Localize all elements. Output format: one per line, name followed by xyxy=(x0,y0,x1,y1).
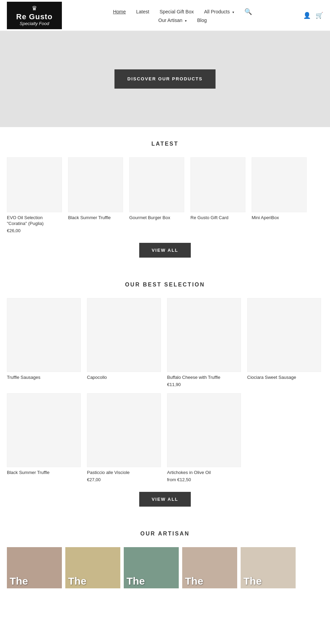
logo-crown-icon: ♛ xyxy=(32,4,37,12)
best-card-ciociara-sausage[interactable]: Ciociara Sweet Sausage xyxy=(247,298,321,387)
best-price-pasticcio: €27,00 xyxy=(87,477,161,482)
nav-bottom-row: Our Artisan ▾ Blog xyxy=(158,18,207,23)
nav-our-artisan[interactable]: Our Artisan ▾ xyxy=(158,18,187,23)
best-card-truffle-sausages[interactable]: Truffle Sausages xyxy=(7,298,81,387)
latest-section: LATEST EVO Oil Selection "Coratina" (Pug… xyxy=(0,127,330,268)
nav-all-products[interactable]: All Products ▾ xyxy=(204,9,234,14)
product-image-gift-card xyxy=(190,157,245,212)
best-image-artichokes xyxy=(167,393,241,467)
best-card-capocollo[interactable]: Capocollo xyxy=(87,298,161,387)
product-name-mini-aperi: Mini AperiBox xyxy=(252,215,307,221)
artisan-card-2[interactable]: The xyxy=(65,547,120,590)
artisan-image-1: The xyxy=(7,547,62,588)
artisan-image-2: The xyxy=(65,547,120,588)
latest-section-title: LATEST xyxy=(7,141,323,147)
discover-products-button[interactable]: DISCOVER OUR PRODUCTS xyxy=(114,69,216,89)
latest-view-all-button[interactable]: VIEW ALL xyxy=(139,243,191,258)
best-name-pasticcio: Pasticcio alle Visciole xyxy=(87,470,161,476)
hero-section: DISCOVER OUR PRODUCTS xyxy=(0,31,330,127)
best-image-pasticcio xyxy=(87,393,161,467)
best-name-black-truffle-2: Black Summer Truffle xyxy=(7,470,81,476)
best-card-artichokes[interactable]: Artichokes in Olive Oil from €12,50 xyxy=(167,393,241,482)
product-image-gourmet-burger xyxy=(129,157,184,212)
best-image-buffalo-cheese xyxy=(167,298,241,372)
artisan-card-3[interactable]: The xyxy=(124,547,179,590)
best-card-black-truffle-2[interactable]: Black Summer Truffle xyxy=(7,393,81,482)
latest-view-all-wrap: VIEW ALL xyxy=(7,243,323,258)
product-card-gift-card[interactable]: Re Gusto Gift Card xyxy=(190,157,245,233)
best-price-artichokes: from €12,50 xyxy=(167,477,241,482)
product-name-gift-card: Re Gusto Gift Card xyxy=(190,215,245,221)
best-selection-title: OUR BEST SELECTION xyxy=(7,282,323,288)
best-name-truffle-sausages: Truffle Sausages xyxy=(7,375,81,381)
best-image-truffle-sausages xyxy=(7,298,81,372)
product-card-mini-aperi[interactable]: Mini AperiBox xyxy=(252,157,307,233)
artisan-label-1: The xyxy=(10,575,28,587)
cart-button[interactable]: 🛒 xyxy=(316,12,323,19)
product-image-mini-aperi xyxy=(252,157,307,212)
product-card-gourmet-burger[interactable]: Gourmet Burger Box xyxy=(129,157,184,233)
artisan-image-3: The xyxy=(124,547,179,588)
product-image-black-truffle-1 xyxy=(68,157,123,212)
best-name-ciociara-sausage: Ciociara Sweet Sausage xyxy=(247,375,321,381)
artisan-label-3: The xyxy=(126,575,145,587)
account-icon: 👤 xyxy=(303,12,311,19)
nav-home[interactable]: Home xyxy=(113,9,126,14)
product-name-gourmet-burger: Gourmet Burger Box xyxy=(129,215,184,221)
nav-top-row: Home Latest Special Gift Box All Product… xyxy=(113,8,252,15)
search-button[interactable]: 🔍 xyxy=(244,8,252,15)
best-card-pasticcio[interactable]: Pasticcio alle Visciole €27,00 xyxy=(87,393,161,482)
account-button[interactable]: 👤 xyxy=(303,12,311,19)
artisan-label-2: The xyxy=(68,575,86,587)
nav-blog[interactable]: Blog xyxy=(197,18,207,23)
artisan-label-4: The xyxy=(185,575,203,587)
best-card-buffalo-cheese[interactable]: Buffalo Cheese with Truffle €11,90 xyxy=(167,298,241,387)
best-price-buffalo-cheese: €11,90 xyxy=(167,382,241,387)
product-name-evo-oil: EVO Oil Selection "Coratina" (Puglia) xyxy=(7,215,62,227)
artisan-section: OUR ARTISAN The The The The The xyxy=(0,517,330,597)
best-name-artichokes: Artichokes in Olive Oil xyxy=(167,470,241,476)
best-view-all-wrap: VIEW ALL xyxy=(7,492,323,507)
header-icon-group: 👤 🛒 xyxy=(303,12,323,19)
product-image-evo-oil xyxy=(7,157,62,212)
product-price-evo-oil: €26,00 xyxy=(7,228,62,233)
artisan-dropdown-icon: ▾ xyxy=(185,19,187,23)
nav-gift-box[interactable]: Special Gift Box xyxy=(160,9,194,14)
logo-title: Re Gusto xyxy=(16,13,53,21)
best-view-all-button[interactable]: VIEW ALL xyxy=(139,492,191,507)
best-image-capocollo xyxy=(87,298,161,372)
product-card-black-truffle-1[interactable]: Black Summer Truffle xyxy=(68,157,123,233)
latest-product-grid: EVO Oil Selection "Coratina" (Puglia) €2… xyxy=(7,157,323,233)
artisan-grid: The The The The The xyxy=(7,547,323,590)
logo-subtitle: Specialty Food xyxy=(20,21,49,26)
artisan-image-4: The xyxy=(182,547,237,588)
artisan-section-title: OUR ARTISAN xyxy=(7,531,323,537)
site-header: ♛ Re Gusto Specialty Food Home Latest Sp… xyxy=(0,0,330,31)
artisan-card-4[interactable]: The xyxy=(182,547,237,590)
best-selection-section: OUR BEST SELECTION Truffle Sausages Capo… xyxy=(0,268,330,517)
logo[interactable]: ♛ Re Gusto Specialty Food xyxy=(7,2,62,29)
product-card-evo-oil[interactable]: EVO Oil Selection "Coratina" (Puglia) €2… xyxy=(7,157,62,233)
artisan-card-5[interactable]: The xyxy=(241,547,296,590)
search-icon: 🔍 xyxy=(244,8,252,15)
nav-latest[interactable]: Latest xyxy=(136,9,149,14)
best-name-capocollo: Capocollo xyxy=(87,375,161,381)
cart-icon: 🛒 xyxy=(316,12,323,19)
all-products-dropdown-icon: ▾ xyxy=(232,10,234,14)
artisan-image-5: The xyxy=(241,547,296,588)
artisan-label-5: The xyxy=(243,575,262,587)
best-image-black-truffle-2 xyxy=(7,393,81,467)
best-selection-grid: Truffle Sausages Capocollo Buffalo Chees… xyxy=(7,298,323,482)
main-nav: Home Latest Special Gift Box All Product… xyxy=(62,8,303,23)
best-name-buffalo-cheese: Buffalo Cheese with Truffle xyxy=(167,375,241,381)
product-name-black-truffle-1: Black Summer Truffle xyxy=(68,215,123,221)
best-image-ciociara-sausage xyxy=(247,298,321,372)
artisan-card-1[interactable]: The xyxy=(7,547,62,590)
